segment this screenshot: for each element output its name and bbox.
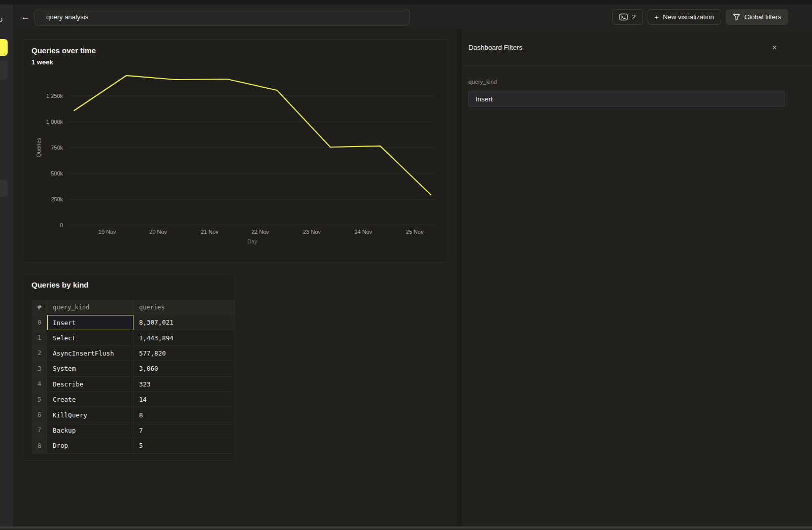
sidebar-tile[interactable] [0, 60, 8, 80]
query-kind-cell[interactable]: System [47, 361, 133, 376]
chart-title: Queries over time [31, 46, 96, 55]
row-index-cell: 6 [32, 407, 47, 422]
table-row: 1Select1,443,894 [32, 330, 234, 345]
queries-value-cell[interactable]: 8,307,021 [133, 315, 234, 330]
window-top-strip [0, 0, 812, 5]
sidebar-tile[interactable] [0, 180, 8, 197]
queries-by-kind-card: Queries by kind #query_kindqueries0Inser… [23, 274, 235, 461]
panel-divider [457, 29, 462, 526]
dashboard-title-input[interactable] [35, 9, 410, 26]
x-axis-label: Day [247, 238, 257, 244]
console-count: 2 [632, 13, 635, 21]
queries-value-cell[interactable]: 14 [133, 392, 234, 407]
filters-panel-body: query_kind [462, 66, 812, 107]
y-tick-label: 1 000k [23, 119, 63, 125]
x-tick-label: 25 Nov [406, 229, 424, 235]
chart-subtitle: 1 week [31, 58, 53, 66]
dashboard-canvas: Queries over time 1 week Queries 0250k50… [14, 29, 457, 526]
dashboard-filters-panel: Dashboard Filters ✕ query_kind [462, 29, 812, 526]
queries-value-cell[interactable]: 8 [133, 407, 234, 422]
refresh-icon[interactable]: ↻ [0, 15, 3, 25]
x-tick-label: 22 Nov [251, 229, 269, 235]
row-index-cell: 0 [32, 315, 47, 330]
query-kind-filter-input[interactable] [468, 91, 785, 107]
y-tick-label: 1 250k [23, 93, 63, 99]
query-kind-cell-selected[interactable]: Insert [47, 315, 133, 330]
x-tick-label: 21 Nov [200, 229, 218, 235]
topbar: ← 2 + New visualization [14, 5, 812, 29]
table-title: Queries by kind [31, 280, 89, 289]
row-index-cell: 3 [32, 361, 47, 376]
table-row: 0Insert8,307,021 [32, 315, 234, 330]
query-kind-cell[interactable]: Drop [47, 438, 133, 453]
y-tick-label: 750k [23, 145, 63, 151]
row-index-cell: 4 [32, 377, 47, 392]
new-visualization-label: New visualization [663, 13, 714, 21]
filter-field-label: query_kind [468, 79, 785, 85]
back-button[interactable]: ← [18, 10, 32, 24]
topbar-actions: 2 + New visualization Global filters [612, 9, 788, 25]
y-tick-label: 250k [23, 196, 63, 202]
x-tick-label: 24 Nov [354, 229, 372, 235]
filters-panel-title: Dashboard Filters [468, 44, 523, 51]
new-visualization-button[interactable]: + New visualization [648, 9, 721, 25]
table-row: 4Describe323 [32, 377, 234, 392]
query-kind-cell[interactable]: AsyncInsertFlush [47, 346, 133, 361]
close-icon[interactable]: ✕ [769, 43, 780, 53]
console-count-button[interactable]: 2 [612, 9, 642, 25]
queries-value-cell[interactable]: 1,443,894 [133, 330, 234, 345]
column-header-query-kind: query_kind [47, 300, 133, 315]
queries-table: #query_kindqueries0Insert8,307,0211Selec… [32, 300, 234, 454]
y-tick-label: 0 [23, 222, 63, 228]
series-line [74, 76, 431, 195]
global-filters-label: Global filters [745, 13, 781, 21]
terminal-icon [619, 13, 628, 21]
column-header-queries: queries [133, 300, 234, 315]
funnel-icon [733, 14, 740, 21]
query-kind-cell[interactable]: Create [47, 392, 133, 407]
queries-value-cell[interactable]: 577,820 [133, 346, 234, 361]
table-row: 2AsyncInsertFlush577,820 [32, 346, 234, 361]
row-index-cell: 1 [32, 330, 47, 345]
table-header-row: #query_kindqueries [32, 300, 234, 315]
queries-over-time-card: Queries over time 1 week Queries 0250k50… [23, 40, 448, 263]
x-tick-label: 23 Nov [303, 229, 321, 235]
app-window: ↻ ← 2 + New visualization [0, 0, 812, 530]
sidebar-tile-active[interactable] [0, 39, 8, 56]
query-kind-cell[interactable]: Describe [47, 377, 133, 392]
query-kind-cell[interactable]: Select [47, 330, 133, 345]
queries-value-cell[interactable]: 3,060 [133, 361, 234, 376]
filters-panel-header: Dashboard Filters ✕ [462, 29, 812, 66]
x-tick-label: 19 Nov [98, 229, 116, 235]
table-row: 7Backup7 [32, 423, 234, 438]
x-tick-label: 20 Nov [149, 229, 167, 235]
row-index-cell: 5 [32, 392, 47, 407]
row-index-cell: 7 [32, 423, 47, 438]
line-chart-plot [69, 70, 436, 225]
column-header-index: # [32, 300, 47, 315]
row-index-cell: 8 [32, 438, 47, 453]
queries-value-cell[interactable]: 323 [133, 377, 234, 392]
table-row: 5Create14 [32, 392, 234, 407]
y-tick-label: 500k [23, 170, 63, 176]
table-row: 8Drop5 [32, 438, 234, 453]
row-index-cell: 2 [32, 346, 47, 361]
plus-icon: + [655, 13, 659, 21]
global-filters-button[interactable]: Global filters [726, 9, 788, 25]
query-kind-cell[interactable]: Backup [47, 423, 133, 438]
visualization-sidebar: ↻ [0, 5, 14, 530]
table-body: 0Insert8,307,0211Select1,443,8942AsyncIn… [32, 315, 234, 454]
queries-value-cell[interactable]: 7 [133, 423, 234, 438]
table-row: 6KillQuery8 [32, 407, 234, 422]
queries-value-cell[interactable]: 5 [133, 438, 234, 453]
table-row: 3System3,060 [32, 361, 234, 376]
query-kind-cell[interactable]: KillQuery [47, 407, 133, 422]
